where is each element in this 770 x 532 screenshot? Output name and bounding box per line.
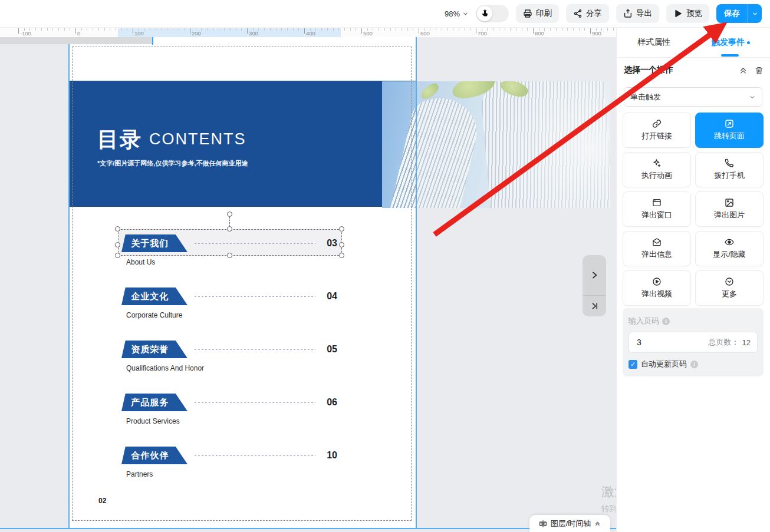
resize-handle[interactable]	[227, 226, 232, 232]
ruler-tick-label: 200	[192, 30, 201, 37]
resize-handle[interactable]	[339, 242, 344, 247]
toolbar-button-label: 预览	[686, 8, 702, 19]
action-jump-page[interactable]: 跳转页面	[695, 113, 764, 148]
action-more[interactable]: 更多	[695, 270, 764, 306]
chevron-down-icon	[752, 11, 758, 17]
toc-subtitle: Product Services	[126, 417, 180, 425]
toc-row[interactable]: 资质荣誉05Qualifications And Honor	[118, 341, 342, 367]
resize-handle[interactable]	[339, 253, 344, 258]
pointer-mode-toggle[interactable]	[476, 5, 509, 22]
toggle-knob	[477, 6, 492, 21]
action-label: 打开链接	[641, 131, 672, 141]
more-icon	[725, 277, 734, 286]
toc-subtitle: Qualifications And Honor	[126, 364, 204, 372]
toc-leader-line	[195, 296, 315, 297]
layers-timeline-icon	[539, 520, 547, 528]
printer-button[interactable]: 印刷	[516, 4, 559, 23]
toc-row[interactable]: 关于我们03About Us	[118, 234, 342, 261]
last-page-button[interactable]	[583, 296, 606, 316]
chevron-right-icon	[590, 270, 599, 280]
resize-handle[interactable]	[115, 253, 120, 258]
image-icon	[725, 198, 734, 207]
info-icon[interactable]: i	[662, 318, 670, 325]
double-chevron-up-icon	[739, 66, 748, 75]
slide-page-number: 02	[98, 497, 106, 505]
export-icon	[623, 9, 633, 18]
resize-handle[interactable]	[227, 253, 232, 258]
share-button[interactable]: 分享	[566, 4, 609, 23]
action-eye[interactable]: 显示/隐藏	[695, 231, 764, 266]
save-dropdown-button[interactable]	[748, 4, 762, 23]
info-icon[interactable]: i	[690, 361, 698, 368]
toc-page-number: 05	[327, 344, 337, 355]
toc-title: 产品服务	[121, 397, 178, 408]
save-button[interactable]: 保存	[716, 4, 748, 23]
toc-page-number: 04	[327, 291, 337, 302]
action-label: 拨打手机	[714, 170, 745, 181]
toc-row[interactable]: 企业文化04Corporate Culture	[118, 288, 342, 314]
auto-update-checkbox[interactable]: ✓	[628, 360, 637, 369]
toc-leader-line	[195, 349, 315, 350]
action-phone[interactable]: 拨打手机	[695, 152, 764, 187]
action-window[interactable]: 弹出窗口	[623, 191, 691, 227]
next-page-button[interactable]	[583, 255, 606, 296]
tab-trigger-events[interactable]: 触发事件	[712, 37, 750, 48]
rotation-handle[interactable]	[227, 212, 232, 217]
action-label: 显示/隐藏	[713, 249, 746, 260]
action-message[interactable]: 弹出信息	[623, 231, 691, 266]
toc-title: 资质荣誉	[121, 344, 178, 355]
trigger-type-select[interactable]: 单击触发	[624, 87, 762, 107]
sparkle-icon	[652, 158, 662, 168]
collapse-section-button[interactable]	[739, 66, 748, 75]
action-video[interactable]: 弹出视频	[623, 270, 691, 306]
save-split-button: 保存	[716, 4, 762, 23]
tab-style-props[interactable]: 样式属性	[637, 37, 670, 48]
ruler-major-tick	[75, 28, 76, 34]
toc-flag[interactable]: 企业文化	[121, 288, 187, 305]
double-chevron-up-icon	[594, 520, 601, 527]
page-input-label: 输入页码	[628, 316, 659, 326]
play-icon	[673, 9, 683, 18]
link-icon	[652, 119, 662, 128]
total-pages-value: 12	[742, 338, 751, 347]
toc-subtitle: Corporate Culture	[126, 311, 182, 319]
horizontal-scrollbar-thumb[interactable]	[0, 37, 152, 44]
action-image[interactable]: 弹出图片	[695, 191, 764, 227]
window-icon	[652, 198, 662, 207]
chevron-down-icon	[749, 94, 756, 101]
action-link[interactable]: 打开链接	[623, 113, 691, 148]
zoom-select[interactable]: 98%	[445, 9, 469, 18]
tab-label: 触发事件	[712, 37, 745, 48]
action-label: 弹出窗口	[641, 210, 672, 220]
ruler-tick-label: 400	[306, 30, 315, 37]
resize-handle[interactable]	[115, 226, 120, 232]
resize-handle[interactable]	[339, 226, 344, 232]
toc-subtitle: Partners	[126, 470, 153, 478]
toc-row[interactable]: 合作伙伴10Partners	[118, 447, 342, 473]
top-toolbar: 98% 印刷分享导出预览 保存	[0, 0, 770, 28]
layers-timeline-bar[interactable]: 图层/时间轴	[529, 515, 610, 532]
toc-title: 企业文化	[121, 291, 178, 302]
toc-flag[interactable]: 资质荣誉	[121, 341, 187, 358]
action-sparkle[interactable]: 执行动画	[623, 152, 691, 187]
toc-leader-line	[195, 243, 315, 244]
video-icon	[652, 277, 662, 286]
editor-canvas[interactable]: 目录 CONTENTS *文字/图片源于网络,仅供学习参考,不做任何商业用途 关…	[0, 37, 616, 532]
tap-hand-icon	[481, 9, 489, 18]
toc-flag[interactable]: 合作伙伴	[121, 447, 187, 464]
toc-row[interactable]: 产品服务06Product Services	[118, 394, 342, 420]
action-grid: 打开链接跳转页面执行动画拨打手机弹出窗口弹出图片弹出信息显示/隐藏弹出视频更多	[623, 113, 764, 306]
toc-title: 合作伙伴	[121, 450, 178, 461]
toolbar-button-label: 分享	[586, 8, 602, 19]
toc-leader-line	[195, 402, 315, 403]
zoom-level: 98%	[445, 9, 460, 18]
delete-trigger-button[interactable]	[755, 66, 764, 75]
resize-handle[interactable]	[115, 242, 120, 247]
export-button[interactable]: 导出	[616, 4, 659, 23]
app-window: 目录 CONTENTS *文字/图片源于网络,仅供学习参考,不做任何商业用途 关…	[0, 0, 770, 532]
page-number-input[interactable]	[636, 337, 709, 348]
toolbar-button-label: 印刷	[536, 8, 552, 19]
page-number-card: 输入页码 i 总页数： 12 ✓ 自动更新页码 i	[623, 308, 764, 376]
play-button[interactable]: 预览	[666, 4, 709, 23]
toc-flag[interactable]: 产品服务	[121, 394, 187, 411]
